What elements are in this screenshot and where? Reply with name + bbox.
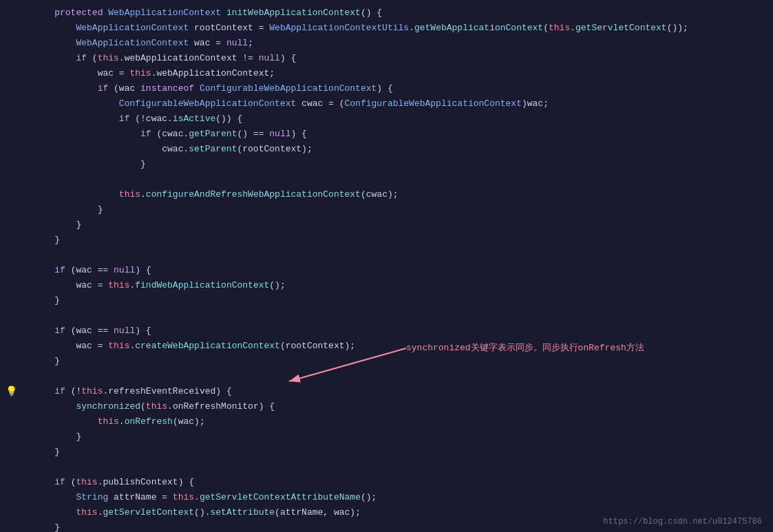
code-line: } [0, 293, 773, 308]
code-content: if (!cwac.isActive()) { [22, 112, 773, 126]
code-content: if (wac == null) { [22, 324, 773, 338]
code-content: this.configureAndRefreshWebApplicationCo… [22, 188, 773, 202]
code-content: protected WebApplicationContext initWebA… [22, 6, 773, 20]
code-line: } [0, 429, 773, 445]
code-line: WebApplicationContext wac = null; [0, 36, 773, 51]
code-line: if (wac == null) { [0, 323, 773, 339]
code-content: WebApplicationContext wac = null; [22, 36, 773, 50]
code-content: } [22, 294, 773, 308]
code-content: if (cwac.getParent() == null) { [22, 127, 773, 141]
code-line: if (cwac.getParent() == null) { [0, 127, 773, 142]
code-line: if (this.publishContext) { [0, 475, 773, 490]
annotation-label: synchronized关键字表示同步。同步执行onRefresh方法 [406, 341, 644, 354]
code-content: cwac.setParent(rootContext); [22, 142, 773, 156]
code-line: cwac.setParent(rootContext); [0, 142, 773, 157]
code-content: if (!this.refreshEventReceived) { [22, 385, 773, 398]
code-content: if (this.webApplicationContext != null) … [22, 52, 773, 65]
code-line: wac = this.createWebApplicationContext(r… [0, 339, 773, 354]
code-line: } [0, 445, 773, 460]
code-content: } [22, 445, 773, 459]
code-content: wac = this.findWebApplicationContext(); [22, 279, 773, 292]
code-content: wac = this.webApplicationContext; [22, 67, 773, 81]
code-content: synchronized(this.onRefreshMonitor) { [22, 400, 773, 414]
code-line: } [0, 202, 773, 217]
code-content: } [22, 158, 773, 171]
code-editor: protected WebApplicationContext initWebA… [0, 0, 773, 532]
code-line: } [0, 157, 773, 172]
code-content: } [22, 430, 773, 444]
bulb-icon[interactable]: 💡 [6, 385, 17, 398]
code-line: this.configureAndRefreshWebApplicationCo… [0, 187, 773, 202]
code-line: } [0, 354, 773, 369]
code-content [22, 309, 773, 323]
line-gutter: 💡 [0, 385, 22, 398]
url-label: https://blog.csdn.net/u012475786 [604, 517, 762, 526]
code-content: this.onRefresh(wac); [22, 415, 773, 429]
code-content: if (wac == null) { [22, 264, 773, 277]
code-line: synchronized(this.onRefreshMonitor) { [0, 399, 773, 414]
code-content [22, 460, 773, 474]
code-line: this.onRefresh(wac); [0, 414, 773, 429]
code-line: if (wac instanceof ConfigurableWebApplic… [0, 81, 773, 96]
code-line: wac = this.webApplicationContext; [0, 66, 773, 81]
code-content [22, 370, 773, 383]
code-content [22, 248, 773, 262]
code-line [0, 369, 773, 384]
code-line: if (wac == null) { [0, 263, 773, 278]
code-line: } [0, 233, 773, 248]
code-line [0, 248, 773, 263]
code-line: if (!cwac.isActive()) { [0, 111, 773, 127]
code-content: WebApplicationContext rootContext = WebA… [22, 21, 773, 35]
code-content: if (wac instanceof ConfigurableWebApplic… [22, 82, 773, 96]
code-line: 💡 if (!this.refreshEventReceived) { [0, 384, 773, 399]
code-line: if (this.webApplicationContext != null) … [0, 51, 773, 66]
code-content: } [22, 233, 773, 247]
code-line: protected WebApplicationContext initWebA… [0, 6, 773, 21]
code-content: ConfigurableWebApplicationContext cwac =… [22, 97, 773, 111]
code-content: } [22, 203, 773, 217]
code-content: wac = this.createWebApplicationContext(r… [22, 339, 773, 353]
code-line: } [0, 217, 773, 233]
code-content: if (this.publishContext) { [22, 476, 773, 489]
code-line: String attrName = this.getServletContext… [0, 490, 773, 505]
code-line: WebApplicationContext rootContext = WebA… [0, 21, 773, 36]
code-content: } [22, 354, 773, 368]
code-content: String attrName = this.getServletContext… [22, 491, 773, 504]
code-content: } [22, 218, 773, 232]
code-content [22, 173, 773, 187]
code-line [0, 460, 773, 475]
code-line [0, 308, 773, 323]
code-line [0, 172, 773, 187]
code-line: wac = this.findWebApplicationContext(); [0, 278, 773, 293]
code-line: ConfigurableWebApplicationContext cwac =… [0, 96, 773, 111]
